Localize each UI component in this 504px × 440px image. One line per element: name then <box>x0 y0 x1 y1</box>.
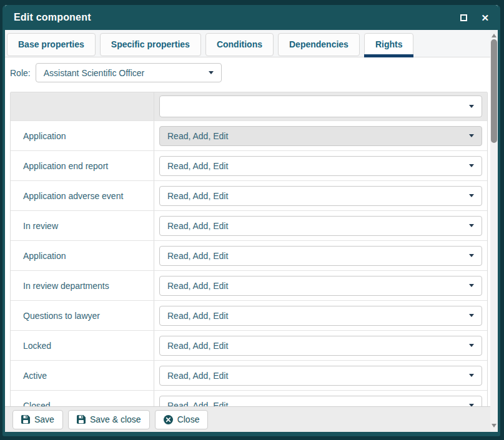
rights-dropdown-value: Read, Add, Edit <box>167 281 228 291</box>
table-row: Application Read, Add, Edit <box>11 120 487 150</box>
chevron-down-icon <box>469 194 474 197</box>
maximize-icon[interactable] <box>460 14 467 21</box>
chevron-down-icon <box>469 254 474 257</box>
table-row: Application Read, Add, Edit <box>11 240 487 270</box>
rights-dropdown[interactable]: Read, Add, Edit <box>159 126 482 146</box>
row-label: Application <box>23 251 66 261</box>
rights-dropdown-value: Read, Add, Edit <box>167 191 228 201</box>
rights-dropdown[interactable]: Read, Add, Edit <box>159 186 482 206</box>
vertical-scrollbar[interactable] <box>490 30 498 432</box>
table-row: Questions to lawyer Read, Add, Edit <box>11 300 487 330</box>
tab-dependencies[interactable]: Dependencies <box>278 33 360 56</box>
dialog-body: Base propertiesSpecific propertiesCondit… <box>5 30 498 432</box>
row-label: Application end report <box>23 161 108 171</box>
tab-base-properties[interactable]: Base properties <box>7 33 96 56</box>
table-row: In review departments Read, Add, Edit <box>11 270 487 300</box>
rights-dropdown[interactable]: Read, Add, Edit <box>159 306 482 326</box>
rights-dropdown-value: Read, Add, Edit <box>167 341 228 351</box>
rights-dropdown[interactable]: Read, Add, Edit <box>159 216 482 236</box>
rights-dropdown-value: Read, Add, Edit <box>167 131 228 141</box>
role-row: Role: Assistant Scientific Officer <box>10 63 498 82</box>
save-and-close-button[interactable]: Save & close <box>68 410 150 429</box>
chevron-down-icon <box>469 164 474 167</box>
chevron-down-icon <box>469 105 474 108</box>
role-select-value: Assistant Scientific Officer <box>44 68 145 78</box>
header-label-cell <box>11 92 154 120</box>
dialog-title: Edit component <box>14 12 91 23</box>
row-label: Active <box>23 371 47 381</box>
save-icon <box>77 415 86 424</box>
save-button-label: Save <box>34 414 54 424</box>
chevron-down-icon <box>469 224 474 227</box>
rights-dropdown-value: Read, Add, Edit <box>167 221 228 231</box>
edit-component-dialog: Edit component ✕ Base propertiesSpecific… <box>2 5 500 436</box>
row-label: In review <box>23 221 58 231</box>
scroll-down-icon[interactable] <box>492 424 497 428</box>
rights-dropdown-value: Read, Add, Edit <box>167 161 228 171</box>
window-controls: ✕ <box>460 13 489 22</box>
save-and-close-button-label: Save & close <box>90 414 141 424</box>
scroll-up-icon[interactable] <box>492 34 497 37</box>
table-row: Application end report Read, Add, Edit <box>11 150 487 180</box>
rights-table: Application Read, Add, Edit Application … <box>10 92 488 421</box>
rights-dropdown-value: Read, Add, Edit <box>167 311 228 321</box>
dialog-titlebar: Edit component ✕ <box>5 5 498 30</box>
chevron-down-icon <box>469 314 474 317</box>
table-row: Active Read, Add, Edit <box>11 360 487 390</box>
rights-dropdown[interactable]: Read, Add, Edit <box>159 246 482 266</box>
header-filter-dropdown[interactable] <box>159 95 482 117</box>
tab-specific-properties[interactable]: Specific properties <box>100 33 201 56</box>
close-circle-icon <box>164 415 173 424</box>
tab-conditions[interactable]: Conditions <box>205 33 274 56</box>
row-label: In review departments <box>23 281 109 291</box>
chevron-down-icon <box>469 344 474 347</box>
chevron-down-icon <box>469 134 474 137</box>
rights-dropdown[interactable]: Read, Add, Edit <box>159 276 482 296</box>
save-button[interactable]: Save <box>12 410 63 429</box>
rights-dropdown-value: Read, Add, Edit <box>167 371 228 381</box>
row-label: Locked <box>23 341 51 351</box>
row-label: Questions to lawyer <box>23 311 100 321</box>
table-header-row <box>11 92 487 120</box>
row-label: Application adverse event <box>23 191 123 201</box>
rights-dropdown-value: Read, Add, Edit <box>167 251 228 261</box>
role-select[interactable]: Assistant Scientific Officer <box>36 63 222 82</box>
rights-dropdown[interactable]: Read, Add, Edit <box>159 156 482 176</box>
close-button[interactable]: Close <box>155 410 209 429</box>
close-button-label: Close <box>177 414 200 424</box>
scrollbar-thumb[interactable] <box>491 39 497 143</box>
row-label: Application <box>23 131 66 141</box>
tab-bar: Base propertiesSpecific propertiesCondit… <box>5 30 498 57</box>
rights-dropdown[interactable]: Read, Add, Edit <box>159 336 482 356</box>
save-icon <box>21 415 30 424</box>
chevron-down-icon <box>469 284 474 287</box>
tab-rights[interactable]: Rights <box>364 33 414 56</box>
chevron-down-icon <box>209 71 214 74</box>
table-row: Application adverse event Read, Add, Edi… <box>11 180 487 210</box>
close-icon[interactable]: ✕ <box>481 13 489 22</box>
table-row: In review Read, Add, Edit <box>11 210 487 240</box>
rights-dropdown[interactable]: Read, Add, Edit <box>159 366 482 386</box>
role-label: Role: <box>10 68 31 78</box>
chevron-down-icon <box>469 374 474 377</box>
table-row: Locked Read, Add, Edit <box>11 330 487 360</box>
dialog-footer: Save Save & close Close <box>5 406 491 432</box>
